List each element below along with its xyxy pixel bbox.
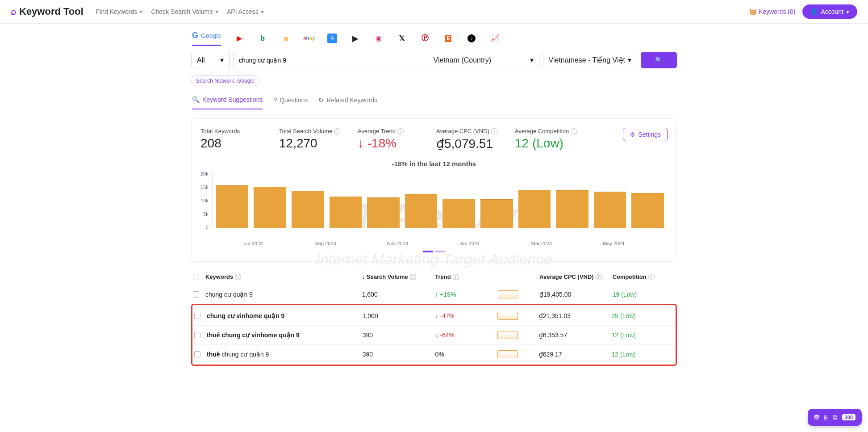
results-tabs: 🔍 Keyword Suggestions ? Questions ↻ Rela… <box>188 89 680 111</box>
info-icon[interactable]: i <box>648 274 655 280</box>
chart-bar[interactable] <box>442 199 475 228</box>
keyword-cell[interactable]: thuê chung cư quận 9 <box>207 351 363 358</box>
chart-bar[interactable] <box>480 199 513 228</box>
tab-questions[interactable]: ? Questions <box>273 91 308 109</box>
settings-label: Settings <box>638 131 661 138</box>
chart-bar[interactable] <box>330 197 362 228</box>
logo-text: Keyword Tool <box>19 6 83 17</box>
keywords-table: Keywords i ↓ Search Volume i Trend i Ave… <box>191 269 677 366</box>
chart-bar[interactable] <box>631 193 664 228</box>
location-dropdown[interactable]: Vietnam (Country) ▾ <box>428 52 539 68</box>
info-icon[interactable]: i <box>397 128 404 134</box>
trends-icon: 📈 <box>490 34 499 42</box>
keyword-input[interactable] <box>233 52 424 68</box>
instagram-icon: ◉ <box>376 34 382 42</box>
nav-check-volume[interactable]: Check Search Volume <box>151 8 218 15</box>
info-icon[interactable]: i <box>491 128 497 134</box>
platform-twitter[interactable]: 𝕏 <box>397 34 407 43</box>
sparkline-icon <box>497 331 518 339</box>
tab-related[interactable]: ↻ Related Keywords <box>318 91 377 109</box>
y-axis: 20k15k10k5k0 <box>200 171 212 238</box>
platform-trends[interactable]: 📈 <box>490 34 500 43</box>
row-checkbox[interactable] <box>193 291 199 298</box>
platform-playstore[interactable]: ▶ <box>351 34 360 43</box>
stats-row: Total Keywords 208 Total Search Volume i… <box>200 128 668 151</box>
filter-all-label: All <box>197 56 205 64</box>
info-icon[interactable]: i <box>453 274 459 280</box>
nav-api-access[interactable]: API Access <box>227 8 263 15</box>
search-network-badge[interactable]: Search Network: Google <box>191 75 259 86</box>
cpc-cell: ₫629.17 <box>539 351 612 358</box>
chart-bar[interactable] <box>405 194 438 228</box>
platform-appstore[interactable]: A <box>327 34 337 43</box>
search-button[interactable]: 🔍 <box>641 52 677 68</box>
language-value: Vietnamese - Tiếng Việt <box>549 56 626 64</box>
google-icon: G <box>192 31 198 40</box>
info-icon[interactable]: i <box>571 128 577 134</box>
select-all-checkbox[interactable] <box>193 274 199 280</box>
keyword-cell[interactable]: chung cư vinhome quận 9 <box>207 312 363 319</box>
filter-all-dropdown[interactable]: All ▾ <box>191 52 230 68</box>
chart-bar[interactable] <box>594 192 626 228</box>
column-trend[interactable]: Trend i <box>435 273 497 280</box>
search-icon: 🔍 <box>192 96 200 103</box>
chart-bar[interactable] <box>518 190 551 228</box>
row-checkbox[interactable] <box>194 332 200 338</box>
language-dropdown[interactable]: Vietnamese - Tiếng Việt ▾ <box>543 52 638 68</box>
keywords-cart[interactable]: 🧺 Keywords (0) <box>749 8 795 15</box>
chart-bar[interactable] <box>254 187 286 228</box>
platform-etsy[interactable]: E <box>443 34 453 43</box>
stat-label: Average Trend i <box>358 128 420 134</box>
cpc-cell: ₫19,405.00 <box>539 291 613 298</box>
column-competition[interactable]: Competition i <box>613 273 675 280</box>
row-checkbox[interactable] <box>194 351 200 357</box>
chart-bar[interactable] <box>216 185 249 228</box>
column-cpc[interactable]: Average CPC (VND) i <box>539 273 613 280</box>
volume-cell: 1,600 <box>362 291 435 298</box>
nav-find-keywords[interactable]: Find Keywords <box>96 8 142 15</box>
sparkline-cell <box>498 290 540 298</box>
info-icon[interactable]: i <box>334 128 340 134</box>
platform-instagram[interactable]: ◉ <box>374 34 384 43</box>
keyword-cell[interactable]: thuê chung cư vinhome quận 9 <box>207 331 363 339</box>
settings-button[interactable]: ⚙ Settings <box>623 128 668 141</box>
info-icon[interactable]: i <box>410 274 416 280</box>
chart-bars <box>212 171 668 228</box>
platform-ebay[interactable]: ebay <box>304 34 314 43</box>
account-button[interactable]: 👤 Account ▾ <box>802 4 857 19</box>
tab-keyword-suggestions[interactable]: 🔍 Keyword Suggestions <box>192 91 263 109</box>
stat-value: ↓ -18% <box>358 136 420 151</box>
chevron-down-icon: ▾ <box>530 56 534 64</box>
chart-bar[interactable] <box>292 191 324 228</box>
etsy-icon: E <box>445 35 451 42</box>
chart-bar[interactable] <box>556 190 588 228</box>
logo[interactable]: ⌕ Keyword Tool <box>11 6 83 17</box>
platforms-tabs: G Google ▶ b a ebay A ▶ ◉ 𝕏 Ⓟ E ♪ 📈 <box>188 24 680 46</box>
platform-youtube[interactable]: ▶ <box>234 34 244 43</box>
trend-cell: 0% <box>435 351 497 358</box>
nav-right: 🧺 Keywords (0) 👤 Account ▾ <box>749 4 857 19</box>
platform-pinterest[interactable]: Ⓟ <box>420 34 430 43</box>
info-icon[interactable]: i <box>596 274 602 280</box>
column-keywords[interactable]: Keywords i <box>205 273 362 280</box>
column-search-volume[interactable]: ↓ Search Volume i <box>362 273 435 280</box>
platform-amazon[interactable]: a <box>281 34 291 43</box>
platform-tiktok[interactable]: ♪ <box>467 34 476 43</box>
stat-total-keywords: Total Keywords 208 <box>200 128 263 151</box>
chart: -18% in the last 12 months 20k15k10k5k0 … <box>200 160 668 252</box>
row-checkbox[interactable] <box>194 313 200 319</box>
sparkline-cell <box>497 350 539 358</box>
keyword-cell[interactable]: chung cư quận 9 <box>205 291 362 298</box>
info-icon[interactable]: i <box>235 274 241 280</box>
competition-cell: 25 (Low) <box>612 312 674 319</box>
cart-icon: 🧺 <box>749 8 757 15</box>
network-badge-row: Search Network: Google <box>188 75 680 89</box>
tiktok-icon: ♪ <box>467 34 476 42</box>
competition-cell: 12 (Low) <box>612 331 674 339</box>
platform-google[interactable]: G Google <box>192 31 221 46</box>
chart-bar[interactable] <box>367 197 400 228</box>
stat-label: Total Search Volume i <box>279 128 342 134</box>
stat-label: Average Competition i <box>515 128 577 134</box>
platform-bing[interactable]: b <box>258 34 267 43</box>
chart-pager[interactable] <box>200 251 668 252</box>
